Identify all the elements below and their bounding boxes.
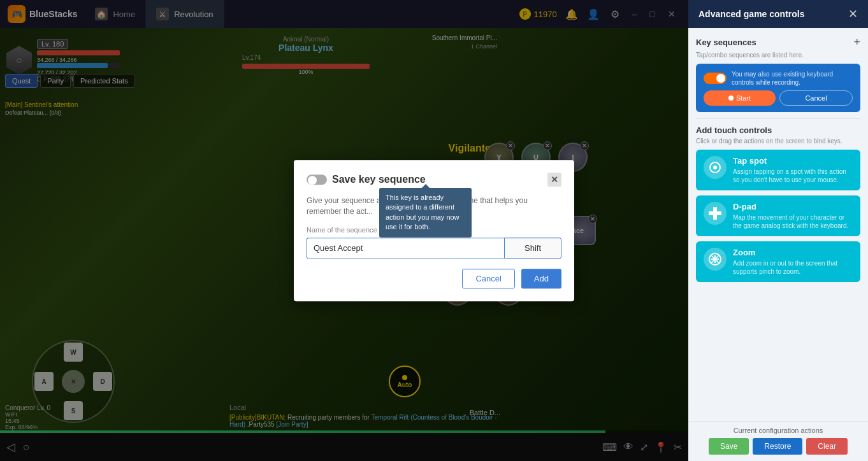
dpad-title: D-pad <box>733 202 853 211</box>
sequence-name-input[interactable] <box>307 238 504 259</box>
key-tooltip: This key is already assigned to a differ… <box>379 188 472 238</box>
tap-spot-card[interactable]: Tap spot Assign tapping on a spot with t… <box>696 150 860 190</box>
touch-controls-title: Add touch controls <box>696 125 772 135</box>
tap-spot-content: Tap spot Assign tapping on a spot with t… <box>733 156 853 184</box>
dialog-actions: Cancel Add <box>307 269 561 288</box>
dialog-add-btn[interactable]: Add <box>521 269 561 288</box>
cancel-recording-btn[interactable]: Cancel <box>779 90 853 106</box>
key-sequences-section: Key sequences + Tap/combo sequences are … <box>696 36 860 112</box>
dialog-cancel-btn[interactable]: Cancel <box>462 269 514 288</box>
key-sequences-header: Key sequences + <box>696 36 860 49</box>
dialog-title-text: Save key sequence <box>332 174 426 185</box>
advanced-game-controls-panel: Advanced game controls ✕ Key sequences +… <box>688 0 868 461</box>
dialog-toggle[interactable] <box>307 174 327 185</box>
dialog-inputs <box>307 238 561 259</box>
dialog-close-btn[interactable]: ✕ <box>547 173 561 187</box>
touch-controls-section: Add touch controls Click or drag the act… <box>696 125 860 282</box>
recording-toggle[interactable] <box>704 73 727 84</box>
footer-buttons: Save Restore Clear <box>696 438 860 455</box>
dialog-header: Save key sequence ✕ <box>307 173 561 187</box>
dpad-icon <box>704 202 727 225</box>
record-buttons: Start Cancel <box>704 90 853 106</box>
tooltip-text: This key is already assigned to a differ… <box>386 194 459 230</box>
dialog-title: Save key sequence <box>307 174 426 185</box>
restore-config-btn[interactable]: Restore <box>753 438 802 455</box>
tap-spot-desc: Assign tapping on a spot with this actio… <box>733 167 853 184</box>
start-label: Start <box>736 94 751 102</box>
zoom-icon <box>704 248 727 271</box>
zoom-content: Zoom Add zoom in or out to the screen th… <box>733 248 853 276</box>
key-sequences-desc: Tap/combo sequences are listed here. <box>696 52 860 59</box>
svg-rect-3 <box>709 211 721 215</box>
sequence-key-input[interactable] <box>504 238 561 259</box>
key-sequences-add-btn[interactable]: + <box>853 36 860 49</box>
tap-spot-icon <box>704 156 727 179</box>
dpad-desc: Map the movement of your character or th… <box>733 213 853 230</box>
start-recording-btn[interactable]: Start <box>704 90 776 106</box>
panel-close-btn[interactable]: ✕ <box>848 7 858 21</box>
section-divider-1 <box>696 118 860 119</box>
toggle-description: You may also use existing keyboard contr… <box>732 70 853 87</box>
zoom-desc: Add zoom in or out to the screen that su… <box>733 259 853 276</box>
panel-header: Advanced game controls ✕ <box>688 0 868 28</box>
svg-point-1 <box>713 166 717 169</box>
recording-toggle-area: You may also use existing keyboard contr… <box>696 64 860 112</box>
save-config-btn[interactable]: Save <box>709 438 749 455</box>
panel-title: Advanced game controls <box>698 9 805 19</box>
panel-footer: Current configuration actions Save Resto… <box>688 421 868 461</box>
toggle-row: You may also use existing keyboard contr… <box>704 70 853 87</box>
record-dot <box>728 96 734 101</box>
key-sequences-title: Key sequences <box>696 38 756 47</box>
dpad-content: D-pad Map the movement of your character… <box>733 202 853 230</box>
config-section-title: Current configuration actions <box>696 427 860 434</box>
toggle-knob <box>308 176 317 185</box>
zoom-card[interactable]: Zoom Add zoom in or out to the screen th… <box>696 241 860 282</box>
toggle-knob-recording <box>716 74 725 83</box>
clear-config-btn[interactable]: Clear <box>806 438 848 455</box>
tap-spot-title: Tap spot <box>733 156 853 166</box>
touch-controls-header: Add touch controls <box>696 125 860 135</box>
touch-controls-desc: Click or drag the actions on the screen … <box>696 138 860 145</box>
dpad-card[interactable]: D-pad Map the movement of your character… <box>696 195 860 236</box>
zoom-title: Zoom <box>733 248 853 257</box>
panel-body: Key sequences + Tap/combo sequences are … <box>688 28 868 421</box>
